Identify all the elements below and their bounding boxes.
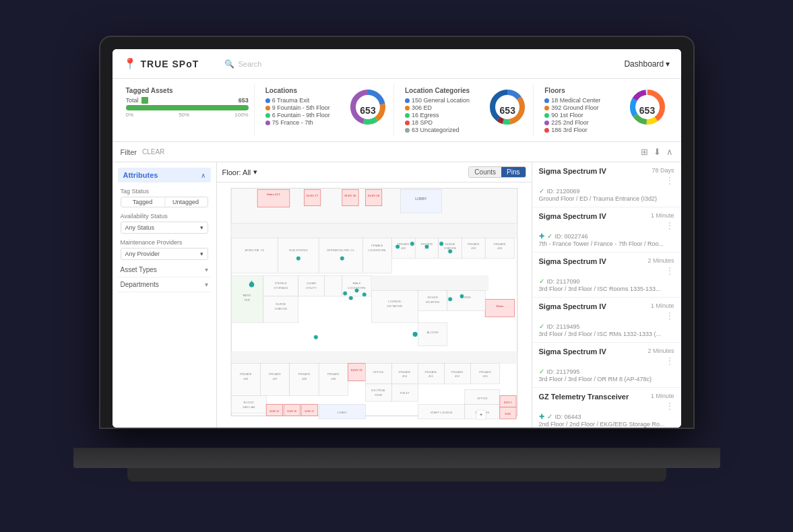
status-check-icon: ✓ [539, 368, 544, 375]
list-item: 392 Ground Floor [544, 104, 623, 111]
dot-icon [265, 106, 270, 110]
floor-selector[interactable]: Floor: All ▾ [222, 168, 258, 176]
svg-text:460: 460 [497, 246, 503, 250]
categories-donut: 653 [487, 87, 528, 133]
svg-text:PRIVATE: PRIVATE [298, 372, 310, 376]
svg-rect-34 [319, 238, 362, 273]
attributes-header[interactable]: Attributes ∧ [118, 168, 211, 182]
total-value: 653 [239, 97, 249, 104]
svg-text:ELEV 18: ELEV 18 [368, 194, 380, 197]
availability-label: Availability Status [121, 213, 208, 220]
asset-item-1[interactable]: Sigma Spectrum IV 78 Days ⋮ ✓ ID: 212006… [532, 162, 681, 207]
more-icon[interactable]: ⋮ [665, 220, 674, 231]
dot-icon [405, 113, 410, 118]
svg-rect-98 [391, 364, 418, 384]
availability-section: Availability Status Any Status ▾ [118, 210, 211, 236]
more-icon[interactable]: ⋮ [665, 310, 674, 321]
dashboard-menu[interactable]: Dashboard ▾ [624, 59, 670, 69]
svg-point-147 [447, 249, 452, 254]
svg-text:ALCOVE: ALCOVE [426, 331, 439, 334]
asset-item-4[interactable]: Sigma Spectrum IV 1 Minute ⋮ ✓ ID: 21194… [532, 298, 681, 343]
locations-card: Locations 6 Trauma Exit 9 Fountain - 5th… [260, 84, 394, 136]
svg-text:UTILITY: UTILITY [305, 286, 316, 290]
grid-icon[interactable]: ⊞ [641, 147, 648, 157]
list-item: 18 Medical Center [544, 97, 623, 104]
counts-toggle[interactable]: Counts [469, 167, 501, 177]
list-item: 90 1st Floor [544, 112, 623, 119]
list-item: 306 ED [405, 104, 483, 111]
svg-rect-81 [231, 352, 517, 363]
asset-id: ID: 2120069 [547, 188, 580, 195]
maintenance-dropdown[interactable]: Any Provider ▾ [121, 248, 208, 260]
asset-name: Sigma Spectrum IV [539, 257, 606, 265]
svg-point-152 [447, 297, 452, 302]
asset-item-6[interactable]: GZ Telemetry Transceiver 1 Minute ⋮ ✚ ✓ … [532, 388, 681, 428]
svg-rect-36 [362, 238, 391, 273]
svg-text:SOILED: SOILED [427, 296, 438, 299]
list-item: 150 General Location [405, 97, 483, 104]
categories-donut-value: 653 [500, 105, 515, 116]
list-item: 225 2nd Floor [544, 119, 623, 126]
svg-text:PRIVATE: PRIVATE [269, 372, 281, 376]
dot-icon [405, 128, 410, 133]
bar-ticks: 0% 50% 100% [126, 112, 249, 118]
asset-types-row[interactable]: Asset Types ▾ [118, 263, 211, 277]
svg-text:NURSE: NURSE [445, 242, 455, 246]
svg-text:STORAGE: STORAGE [274, 286, 288, 290]
filter-label: Filter [121, 148, 137, 156]
maintenance-label: Maintenance Providers [121, 239, 208, 246]
list-item: 63 Uncategorized [405, 127, 483, 133]
svg-text:ELEV 17: ELEV 17 [307, 194, 319, 197]
more-icon[interactable]: ⋮ [665, 265, 674, 276]
dot-icon [405, 106, 410, 110]
asset-item-3[interactable]: Sigma Spectrum IV 2 Minutes ⋮ ✓ ID: 2117… [532, 253, 681, 298]
svg-text:OFFICE: OFFICE [373, 370, 383, 374]
asset-location: Ground Floor / ED / Trauma Entrance (I3d… [539, 195, 674, 202]
svg-rect-94 [348, 364, 365, 381]
asset-item-2[interactable]: Sigma Spectrum IV 1 Minute ⋮ ✚ ✓ ID: 002… [532, 207, 681, 253]
svg-point-154 [313, 335, 318, 339]
search-label: Search [239, 60, 262, 68]
dot-icon [544, 106, 549, 110]
svg-text:GAS LAB: GAS LAB [242, 405, 255, 409]
untagged-button[interactable]: Untagged [164, 197, 208, 207]
chevron-down-icon: ▾ [205, 266, 208, 273]
location-categories-title: Location Categories [405, 87, 483, 94]
svg-text:STATION: STATION [274, 307, 286, 310]
svg-text:DICATION: DICATION [425, 300, 439, 304]
asset-list: Sigma Spectrum IV 78 Days ⋮ ✓ ID: 212006… [532, 162, 681, 428]
tagged-button[interactable]: Tagged [121, 197, 164, 207]
list-item: 16 Egress [405, 112, 483, 119]
departments-row[interactable]: Departments ▾ [118, 277, 211, 292]
svg-text:ELEV 16: ELEV 16 [287, 410, 296, 413]
svg-rect-27 [400, 189, 441, 213]
more-icon[interactable]: ⋮ [665, 401, 674, 411]
more-icon[interactable]: ⋮ [665, 356, 674, 366]
svg-text:446: 446 [243, 377, 249, 380]
svg-rect-96 [365, 364, 391, 384]
svg-text:BLOOD: BLOOD [243, 401, 253, 404]
download-icon[interactable]: ⬇ [654, 147, 661, 157]
svg-text:CLEAN: CLEAN [306, 281, 315, 285]
svg-text:STERILE: STERILE [274, 281, 286, 285]
svg-text:Stairs: Stairs [496, 304, 503, 308]
tag-status-label: Tag Status [121, 188, 208, 195]
laptop-base [73, 448, 720, 468]
locations-donut: 653 [348, 87, 388, 133]
svg-text:Stairs #11: Stairs #11 [266, 193, 280, 196]
svg-point-145 [424, 244, 429, 249]
availability-dropdown[interactable]: Any Status ▾ [121, 222, 208, 234]
svg-text:MALE: MALE [352, 281, 360, 285]
svg-text:ROOM: ROOM [375, 394, 382, 397]
asset-item-5[interactable]: Sigma Spectrum IV 2 Minutes ⋮ ✓ ID: 2117… [532, 343, 681, 388]
filter-clear-button[interactable]: CLEAR [142, 148, 164, 156]
more-icon[interactable]: ⋮ [665, 175, 674, 186]
medical-icon: ✚ [539, 413, 544, 420]
svg-text:ATING RM. C2: ATING RM. C2 [245, 248, 264, 252]
svg-text:453: 453 [482, 374, 488, 378]
attributes-title: Attributes [123, 171, 158, 179]
tick-0: 0% [126, 112, 134, 118]
collapse-icon[interactable]: ∧ [666, 147, 673, 157]
search-area[interactable]: 🔍 Search [224, 59, 625, 69]
pins-toggle[interactable]: Pins [501, 167, 525, 177]
